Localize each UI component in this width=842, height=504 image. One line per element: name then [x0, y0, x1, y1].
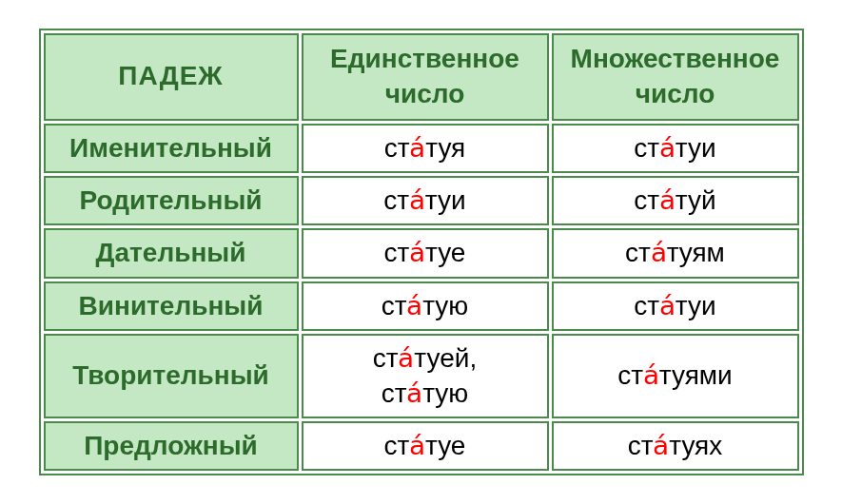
- plural-cell: ста́туях: [552, 421, 799, 471]
- word-prefix: ст: [617, 360, 643, 390]
- word-stress: а́: [409, 185, 425, 215]
- singular-cell: ста́туя: [302, 124, 549, 173]
- plural-cell: ста́туй: [552, 176, 799, 225]
- word-stress: а́: [398, 343, 414, 373]
- word-prefix: ст: [625, 238, 651, 267]
- singular-cell: ста́туе: [302, 228, 549, 278]
- case-name-cell: Творительный: [44, 334, 299, 418]
- header-plural-line1: Множественное: [571, 44, 780, 73]
- table-row: Творительныйста́туей,ста́туюста́туями: [44, 334, 799, 418]
- word-stress: а́: [409, 133, 425, 163]
- word-stress: а́: [409, 431, 425, 460]
- word-stress: а́: [659, 133, 676, 163]
- case-name-cell: Родительный: [44, 176, 299, 225]
- word-suffix: туе: [425, 431, 465, 460]
- table-row: Дательныйста́туеста́туям: [44, 228, 799, 278]
- plural-cell: ста́туи: [552, 281, 799, 331]
- word-suffix: туи: [425, 185, 466, 215]
- case-name-cell: Винительный: [44, 281, 299, 331]
- singular-cell: ста́туе: [302, 421, 549, 471]
- word-prefix: ст: [634, 185, 659, 215]
- word-suffix: туе: [425, 238, 465, 267]
- table-body: Именительныйста́туяста́туиРодительныйста…: [44, 124, 799, 472]
- header-case: ПАДЕЖ: [44, 33, 299, 121]
- table-row: Предложныйста́туеста́туях: [44, 421, 799, 471]
- word-prefix: ст: [384, 431, 410, 460]
- word-prefix: ст: [373, 343, 399, 373]
- header-singular: Единственное число: [302, 33, 549, 121]
- header-singular-line1: Единственное: [330, 44, 519, 73]
- word-prefix: ст: [634, 133, 659, 163]
- header-plural-line2: число: [636, 79, 715, 108]
- case-name-cell: Именительный: [44, 124, 299, 173]
- table-header-row: ПАДЕЖ Единственное число Множественное ч…: [44, 33, 799, 121]
- header-plural: Множественное число: [552, 33, 799, 121]
- declension-table-wrapper: ПАДЕЖ Единственное число Множественное ч…: [39, 29, 804, 476]
- singular-cell: ста́туи: [302, 176, 549, 225]
- word-prefix: ст: [382, 291, 407, 320]
- word-suffix: туя: [425, 133, 465, 163]
- table-row: Винительныйста́туюста́туи: [44, 281, 799, 331]
- word-prefix: ст: [384, 238, 410, 267]
- word-suffix: туям: [667, 238, 725, 267]
- word-suffix: тую: [422, 291, 468, 320]
- word-suffix: тую: [422, 378, 468, 408]
- word-suffix: туи: [676, 291, 716, 320]
- word-stress: а́: [409, 238, 425, 267]
- word-prefix: ст: [634, 291, 659, 320]
- singular-cell: ста́тую: [302, 281, 549, 331]
- word-stress: а́: [643, 360, 659, 390]
- word-stress: а́: [659, 291, 676, 320]
- header-case-label: ПАДЕЖ: [118, 61, 223, 90]
- header-singular-line2: число: [385, 79, 465, 108]
- word-suffix: туей,: [414, 343, 477, 373]
- word-prefix: ст: [628, 431, 654, 460]
- case-name-cell: Дательный: [44, 228, 299, 278]
- table-row: Именительныйста́туяста́туи: [44, 124, 799, 173]
- plural-cell: ста́туи: [552, 124, 799, 173]
- singular-cell: ста́туей,ста́тую: [302, 334, 549, 418]
- word-prefix: ст: [382, 378, 407, 408]
- word-suffix: туях: [669, 431, 722, 460]
- word-stress: а́: [406, 378, 422, 408]
- word-prefix: ст: [384, 133, 410, 163]
- word-stress: а́: [651, 238, 667, 267]
- word-stress: а́: [653, 431, 669, 460]
- case-name-cell: Предложный: [44, 421, 299, 471]
- word-stress: а́: [659, 185, 676, 215]
- word-prefix: ст: [383, 185, 409, 215]
- plural-cell: ста́туями: [552, 334, 799, 418]
- word-suffix: туй: [676, 185, 716, 215]
- plural-cell: ста́туям: [552, 228, 799, 278]
- word-stress: а́: [406, 291, 422, 320]
- declension-table: ПАДЕЖ Единственное число Множественное ч…: [41, 30, 802, 475]
- word-suffix: туи: [676, 133, 716, 163]
- table-row: Родительныйста́туиста́туй: [44, 176, 799, 225]
- word-suffix: туями: [659, 360, 733, 390]
